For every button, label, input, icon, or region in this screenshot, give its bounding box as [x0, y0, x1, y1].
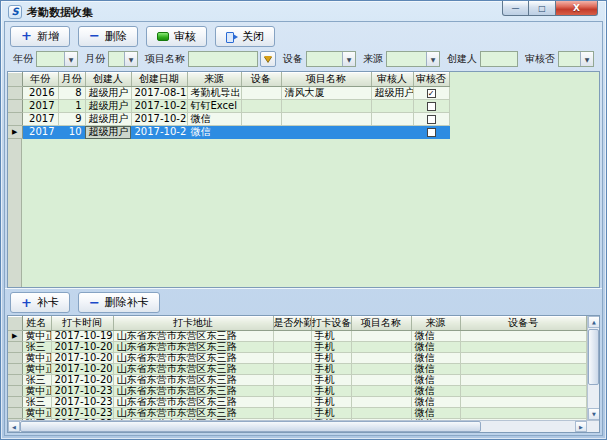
creator-input[interactable] [480, 51, 518, 67]
cell-punch-time[interactable]: 2017-10-20 17:03 [51, 364, 113, 375]
cell-punch-device[interactable]: 手机 [311, 408, 351, 419]
punch-row[interactable]: 张三 2017-10-20 8:35: 山东省东营市东营区东三路 手机 微信 [8, 342, 587, 353]
row-selector[interactable] [8, 375, 22, 386]
titlebar[interactable]: S 考勤数据收集 — □ X [1, 1, 606, 21]
vertical-scrollbar[interactable]: ▲ ▼ [587, 316, 599, 420]
cell-device-no[interactable] [460, 386, 587, 397]
cell-create-date[interactable]: 2017-08-15 [131, 87, 187, 100]
cell-name[interactable]: 黄中正 [22, 386, 51, 397]
audited-checkbox[interactable] [427, 128, 436, 137]
cell-project[interactable] [351, 331, 411, 342]
cell-punch-time[interactable]: 2017-10-19 8:39: [51, 331, 113, 342]
audit-button[interactable]: 审核 [146, 26, 207, 47]
cell-name[interactable]: 张三 [22, 375, 51, 386]
row-selector[interactable] [8, 353, 22, 364]
vertical-scrollbar-thumb[interactable] [588, 329, 599, 385]
project-input[interactable] [188, 51, 258, 67]
cell-create-date[interactable]: 2017-10-25 [131, 113, 187, 126]
cell-auditor[interactable] [371, 126, 413, 139]
cell-creator[interactable]: 超级用户 [85, 113, 131, 126]
cell-name[interactable]: 黄中正 [22, 331, 51, 342]
cell-source[interactable]: 考勤机导出 [187, 87, 241, 100]
cell-punch-address[interactable]: 山东省东营市东营区东三路 [113, 353, 273, 364]
cell-source[interactable]: 微信 [411, 375, 460, 386]
device-dropdown[interactable]: ▼ [306, 51, 356, 67]
cell-month[interactable]: 9 [58, 113, 85, 126]
row-selector[interactable]: ▶ [8, 126, 22, 139]
chevron-down-icon[interactable]: ▼ [342, 52, 355, 66]
cell-auditor[interactable]: 超级用户 [371, 87, 413, 100]
cell-punch-device[interactable]: 手机 [311, 331, 351, 342]
row-selector[interactable]: ▶ [8, 331, 22, 342]
cell-punch-device[interactable]: 手机 [311, 364, 351, 375]
cell-punch-time[interactable]: 2017-10-20 8:35: [51, 353, 113, 364]
cell-month[interactable]: 8 [58, 87, 85, 100]
cell-punch-address[interactable]: 山东省东营市东营区东三路 [113, 397, 273, 408]
punch-row[interactable]: 黄中正 2017-10-20 17:03 山东省东营市东营区东三路 手机 微信 [8, 364, 587, 375]
batch-grid[interactable]: 年份 月份 创建人 创建日期 来源 设备 项目名称 审核人 审核否 [7, 71, 600, 288]
cell-punch-device[interactable]: 手机 [311, 375, 351, 386]
cell-punch-address[interactable]: 山东省东营市东营区东三路 [113, 386, 273, 397]
cell-project[interactable] [351, 353, 411, 364]
cell-source[interactable]: 微信 [187, 113, 241, 126]
cell-device-no[interactable] [460, 397, 587, 408]
year-dropdown[interactable]: ▼ [36, 51, 78, 67]
cell-punch-address[interactable]: 山东省东营市东营区东三路 [113, 331, 273, 342]
batch-row[interactable]: 2017 1 超级用户 2017-10-25 钉钉Excel [8, 100, 449, 113]
cell-project[interactable] [351, 397, 411, 408]
cell-year[interactable]: 2016 [22, 87, 58, 100]
cell-source[interactable]: 微信 [411, 408, 460, 419]
audited-checkbox[interactable]: ✓ [427, 89, 436, 98]
punch-row[interactable]: 黄中正 2017-10-20 8:35: 山东省东营市东营区东三路 手机 微信 [8, 353, 587, 364]
horizontal-scrollbar[interactable]: ◀ ▶ [8, 420, 599, 432]
vertical-scrollbar-track[interactable] [588, 386, 599, 408]
cell-punch-address[interactable]: 山东省东营市东营区东三路 [113, 342, 273, 353]
cell-source[interactable]: 微信 [411, 342, 460, 353]
punch-row[interactable]: 张三 2017-10-23 8:54: 山东省东营市东营区东三路 手机 微信 [8, 397, 587, 408]
col-punch-address[interactable]: 打卡地址 [113, 316, 273, 331]
punch-row[interactable]: ▶ 黄中正 2017-10-19 8:39: 山东省东营市东营区东三路 手机 微… [8, 331, 587, 342]
project-lookup-button[interactable] [260, 51, 276, 67]
cell-project[interactable] [351, 375, 411, 386]
horizontal-scrollbar-track[interactable] [481, 421, 575, 432]
cell-auditor[interactable] [371, 113, 413, 126]
cell-punch-time[interactable]: 2017-10-20 8:35: [51, 342, 113, 353]
chevron-down-icon[interactable]: ▼ [580, 52, 593, 66]
punch-row[interactable]: 张三 2017-10-20 17:55 山东省东营市东营区东三路 手机 微信 [8, 375, 587, 386]
cell-name[interactable]: 张三 [22, 397, 51, 408]
cell-create-date[interactable]: 2017-10-25 [131, 126, 187, 139]
cell-device-no[interactable] [460, 342, 587, 353]
cell-outwork[interactable] [273, 331, 311, 342]
minimize-button[interactable]: — [502, 1, 529, 16]
cell-source[interactable]: 微信 [187, 126, 241, 139]
batch-row[interactable]: 2016 8 超级用户 2017-08-15 考勤机导出 清风大厦 超级用户 ✓ [8, 87, 449, 100]
col-name[interactable]: 姓名 [22, 316, 51, 331]
cell-device-no[interactable] [460, 331, 587, 342]
col-outwork[interactable]: 是否外勤 [273, 316, 311, 331]
cell-source[interactable]: 微信 [411, 397, 460, 408]
cell-source[interactable]: 微信 [411, 364, 460, 375]
col-punch-time[interactable]: 打卡时间 [51, 316, 113, 331]
cell-project[interactable]: 清风大厦 [281, 87, 371, 100]
audited-checkbox[interactable] [427, 102, 436, 111]
cell-device-no[interactable] [460, 408, 587, 419]
cell-month[interactable]: 10 [58, 126, 85, 139]
row-selector[interactable] [8, 364, 22, 375]
cell-device-no[interactable] [460, 375, 587, 386]
col-punch-device[interactable]: 打卡设备 [311, 316, 351, 331]
cell-punch-address[interactable]: 山东省东营市东营区东三路 [113, 375, 273, 386]
cell-project[interactable] [351, 364, 411, 375]
cell-name[interactable]: 黄中正 [22, 364, 51, 375]
cell-outwork[interactable] [273, 397, 311, 408]
batch-row[interactable]: 2017 9 超级用户 2017-10-25 微信 [8, 113, 449, 126]
cell-outwork[interactable] [273, 386, 311, 397]
cell-outwork[interactable] [273, 375, 311, 386]
cell-punch-address[interactable]: 山东省东营市东营区东三路 [113, 408, 273, 419]
punch-add-button[interactable]: + 补卡 [10, 292, 70, 313]
col-source[interactable]: 来源 [411, 316, 460, 331]
punch-row[interactable]: 黄中正 2017-10-23 8:54: 山东省东营市东营区东三路 手机 微信 [8, 386, 587, 397]
row-selector[interactable] [8, 386, 22, 397]
maximize-button[interactable]: □ [529, 1, 556, 16]
delete-button[interactable]: − 删除 [78, 26, 138, 47]
cell-source[interactable]: 钉钉Excel [187, 100, 241, 113]
